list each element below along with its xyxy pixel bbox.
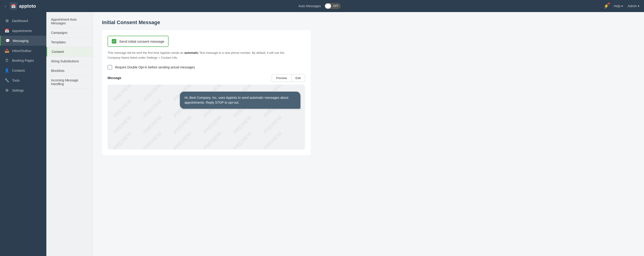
- app-name: apptoto: [19, 4, 36, 9]
- sidebar-label-dashboard: Dashboard: [12, 19, 28, 23]
- mid-item-campaigns[interactable]: Campaigns: [46, 28, 92, 38]
- toggle-state-label: OFF: [331, 4, 340, 8]
- message-bubble-container: Hi, Best Company, Inc. uses Apptoto to s…: [112, 89, 300, 111]
- description-bold: automatic: [184, 51, 198, 54]
- lightning-icon[interactable]: ⚡: [604, 3, 609, 9]
- inbox-icon: 📥: [5, 48, 9, 53]
- consent-description: This message will be sent the first time…: [108, 50, 293, 60]
- sidebar-label-appointments: Appointments: [12, 29, 32, 33]
- toggle-knob: [325, 4, 331, 8]
- main-content: Initial Consent Message ✓ Send initial c…: [93, 12, 644, 256]
- sidebar-item-messaging[interactable]: 💬 Messaging: [0, 36, 46, 46]
- mid-item-consent[interactable]: Consent: [46, 47, 92, 56]
- booking-icon: 🗒: [5, 58, 9, 62]
- back-icon[interactable]: ‹: [5, 4, 6, 8]
- mid-item-templates[interactable]: Templates: [46, 38, 92, 47]
- messaging-icon: 💬: [5, 38, 10, 43]
- sidebar-label-inbox: Inbox/Outbox: [12, 49, 31, 53]
- sidebar-mid: Appointment Auto Messages Campaigns Temp…: [46, 12, 93, 256]
- tools-icon: 🔧: [5, 78, 9, 82]
- require-optin-label: Require Double Opt-in before sending act…: [115, 66, 195, 69]
- sidebar-item-booking-pages[interactable]: 🗒 Booking Pages: [0, 56, 46, 66]
- edit-button[interactable]: Edit: [292, 74, 305, 82]
- preview-area: PREVIEW PREVIEW PREVIEW PREVIEW PREVIEW …: [108, 85, 305, 150]
- require-optin-checkbox[interactable]: [108, 65, 112, 70]
- sidebar-label-messaging: Messaging: [13, 39, 28, 43]
- help-link[interactable]: Help ▾: [614, 4, 623, 8]
- description-prefix: This message will be sent the first time…: [108, 51, 183, 54]
- mid-item-string-substitutions[interactable]: String Substitutions: [46, 56, 92, 66]
- consent-box: ✓ Send initial consent message This mess…: [102, 30, 311, 155]
- auto-messages-label: Auto Messages: [298, 4, 321, 8]
- checkmark-icon: ✓: [113, 40, 116, 43]
- send-consent-label: Send initial consent message: [119, 40, 164, 43]
- message-bubble: Hi, Best Company, Inc. uses Apptoto to s…: [180, 92, 300, 109]
- message-label: Message: [108, 76, 121, 80]
- sidebar-left: ⊞ Dashboard 📅 Appointments 💬 Messaging 📥…: [0, 12, 46, 256]
- app-logo: 📅 apptoto: [10, 2, 36, 10]
- appointments-icon: 📅: [5, 28, 9, 33]
- sidebar-item-tools[interactable]: 🔧 Tools: [0, 75, 46, 85]
- preview-button[interactable]: Preview: [272, 74, 291, 82]
- sidebar-item-contacts[interactable]: 👤 Contacts: [0, 66, 46, 75]
- settings-icon: ⚙: [5, 88, 9, 92]
- sidebar-label-booking: Booking Pages: [12, 59, 34, 62]
- section-title: Initial Consent Message: [102, 20, 635, 26]
- send-consent-checkbox[interactable]: ✓: [112, 39, 116, 44]
- sidebar-item-dashboard[interactable]: ⊞ Dashboard: [0, 16, 46, 26]
- sidebar-item-inbox-outbox[interactable]: 📥 Inbox/Outbox: [0, 46, 46, 56]
- top-nav: ‹ 📅 apptoto Auto Messages OFF ⚡ Help ▾ A…: [0, 0, 644, 12]
- sidebar-label-settings: Settings: [12, 88, 24, 92]
- sidebar-item-settings[interactable]: ⚙ Settings: [0, 85, 46, 95]
- notification-dot: [608, 2, 610, 5]
- contacts-icon: 👤: [5, 68, 9, 72]
- mid-item-appointment-auto-messages[interactable]: Appointment Auto Messages: [46, 15, 92, 28]
- mid-item-blocklists[interactable]: Blocklists: [46, 66, 92, 76]
- admin-link[interactable]: Admin ▾: [628, 4, 639, 8]
- dashboard-icon: ⊞: [5, 18, 9, 23]
- sidebar-item-appointments[interactable]: 📅 Appointments: [0, 26, 46, 36]
- sidebar-label-contacts: Contacts: [12, 69, 25, 72]
- sidebar-label-tools: Tools: [12, 78, 20, 82]
- message-actions: Preview Edit: [272, 74, 305, 82]
- require-optin-row[interactable]: Require Double Opt-in before sending act…: [108, 65, 305, 70]
- logo-icon: 📅: [10, 2, 17, 10]
- auto-messages-toggle[interactable]: OFF: [324, 3, 341, 9]
- send-consent-checkbox-row[interactable]: ✓ Send initial consent message: [108, 36, 168, 47]
- message-header: Message Preview Edit: [108, 74, 305, 82]
- mid-item-incoming-message-handling[interactable]: Incoming Message Handling: [46, 76, 92, 89]
